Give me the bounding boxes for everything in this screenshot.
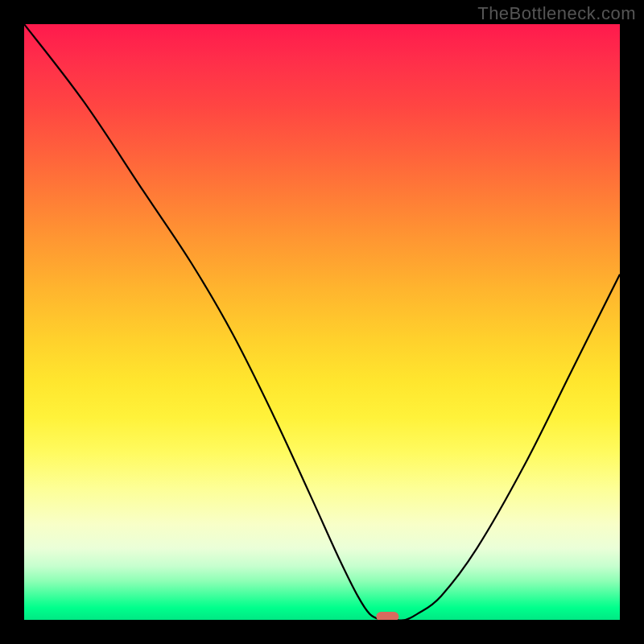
chart-frame: TheBottleneck.com bbox=[0, 0, 644, 644]
optimal-marker bbox=[376, 612, 398, 620]
bottleneck-curve bbox=[24, 24, 620, 620]
plot-area bbox=[24, 24, 620, 620]
watermark-text: TheBottleneck.com bbox=[477, 3, 636, 24]
bottleneck-curve-svg bbox=[24, 24, 620, 620]
